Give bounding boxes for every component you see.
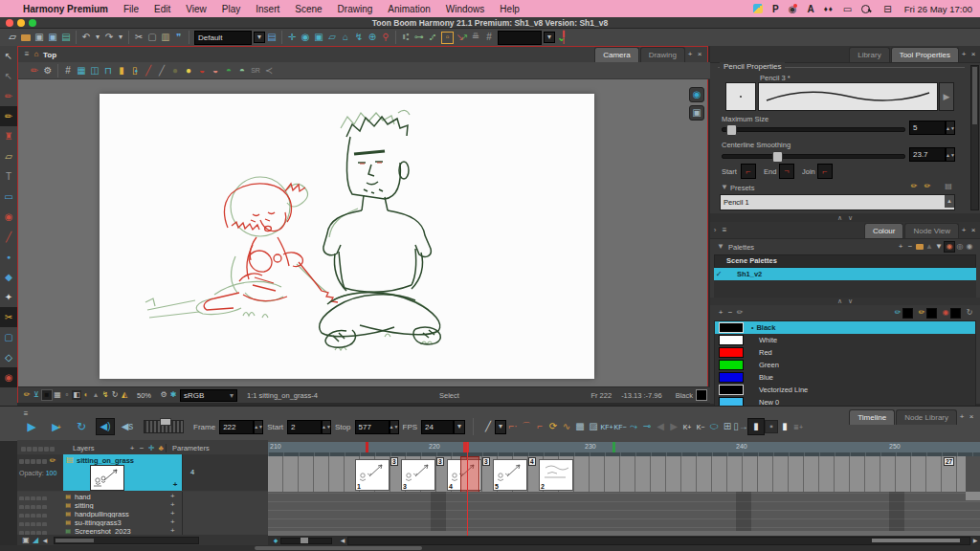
add-view-icon[interactable]: + [957,412,967,422]
matte-icon[interactable]: ◐ [81,390,91,400]
fps-caret-icon[interactable]: ▾ [454,420,465,434]
next-keyframe-icon[interactable]: ▶ [667,420,680,433]
workspace-dropdown[interactable]: Default [194,31,252,45]
frame-spinner[interactable]: ▲▼ [254,420,263,434]
tab-tool-properties[interactable]: Tool Properties [891,47,959,62]
tool-plugin-icon[interactable]: ✏ [28,64,41,77]
edit-colour-icon[interactable]: ✏ [735,308,745,318]
tool-tip-icon[interactable]: ✏ [22,390,32,400]
loop-button[interactable]: ↻ [75,420,88,433]
scale-tool-icon[interactable]: ▣ [312,31,325,44]
ease-out-icon[interactable]: ⌐ [533,420,546,433]
flip-options-icon[interactable]: ≣+ [791,420,805,433]
extend-exposure-icon[interactable]: K+ [680,420,694,433]
parent-icon[interactable]: ⊶ [412,31,426,44]
palette-page-up-icon[interactable]: ∧ [837,298,842,305]
perspective-tool-icon[interactable]: ✦ [0,287,17,307]
control-center-icon[interactable]: ⊟ [879,0,896,17]
menu-windows[interactable]: Windows [438,0,493,17]
expand-layer-icon[interactable]: + [170,500,175,509]
toolbar-dropdown-caret[interactable]: ▾ [544,32,555,43]
redo-icon[interactable]: ↷ [102,31,116,44]
save-icon[interactable]: ▣ [33,31,46,44]
quill-tool-icon[interactable]: ◇ [0,347,17,367]
timeline-ruler[interactable]: 210 220 230 240 250 [268,442,980,452]
expand-layer-icon[interactable]: + [170,518,175,526]
export-icon[interactable]: ▤ [59,31,73,44]
swap-icon[interactable]: ↘↗ [456,31,469,44]
pivot-tool-icon[interactable]: ⊕ [366,31,379,44]
move-palette-down-icon[interactable]: ▼ [934,242,944,252]
snap-options-icon[interactable]: ▦ [75,64,88,77]
redo-caret-icon[interactable]: ▾ [116,33,125,42]
colorspace-dropdown[interactable]: sRGB▾ [180,389,237,402]
close-view-icon[interactable]: × [969,226,978,235]
paste-mode-icon[interactable]: ▯→ [734,420,747,433]
start-spinner[interactable]: ▲▼ [322,420,331,434]
preset-menu-icon[interactable]: ▤ [944,182,953,191]
cutter-tool-icon[interactable]: ✂ [0,307,17,327]
pencil-join-button[interactable]: ⌐ [817,164,833,179]
single-drawing-mode-icon[interactable]: ▪ [765,420,778,433]
gear2-icon[interactable]: ⚙ [159,390,168,400]
exposure-cell[interactable]: 3 [401,459,435,491]
layer-name[interactable]: sitting_on_grass [77,456,134,465]
close-view-icon[interactable]: × [967,412,976,422]
open-scene-icon[interactable] [19,31,33,44]
rotate-tool-icon[interactable]: ◉ [299,31,312,44]
cut-icon[interactable]: ✂ [132,31,145,44]
toolbar-dropdown[interactable] [498,31,542,45]
menu-scene[interactable]: Scene [287,0,329,17]
maintain-size-tool-icon[interactable]: ⌂ [339,31,352,44]
camera-mask-icon[interactable]: ◫ [88,64,101,77]
tab-node-view[interactable]: Node View [904,223,959,238]
tab-library[interactable]: Library [849,47,889,62]
window-title-bar[interactable]: Toon Boom Harmony 21.1 Premium: Sh1_v8 V… [0,17,980,29]
marker-green[interactable] [612,442,615,452]
exposure-cell[interactable]: 1 [355,459,390,491]
render-view-button[interactable]: ◉ [689,87,704,102]
grid-toggle-icon[interactable]: ▦ [53,390,62,400]
statusbar-p-icon[interactable]: P [768,0,784,17]
auto-render-icon[interactable]: ↯ [100,390,110,400]
safe-area-icon[interactable]: ⊓ [101,64,115,77]
stop-motion-keyframe-icon[interactable]: ⊸ [640,420,654,433]
track-rows-lower[interactable] [268,492,980,536]
scroll-left-icon[interactable]: ◀ [40,536,50,545]
expand-layer-icon[interactable]: + [170,509,175,518]
presets-collapse-icon[interactable]: ▼ [720,183,729,192]
undo-icon[interactable]: ↶ [79,31,93,44]
exposure-cell[interactable]: 2 [539,459,573,491]
frame-input[interactable]: 222 [219,420,254,434]
stop-input[interactable]: 577 [355,420,390,434]
move-palette-up-icon[interactable]: ▲ [924,242,934,252]
panel-menu-icon[interactable]: ≡ [22,50,32,59]
pencil-colour-swatch[interactable] [926,308,937,319]
chat-icon[interactable]: ❞ [172,31,186,44]
menu-file[interactable]: File [116,0,146,17]
show-thumbnails-icon[interactable]: ▣ [21,536,31,545]
link-palette-icon[interactable] [915,242,924,252]
tab-node-library[interactable]: Node Library [896,409,957,425]
sound-button[interactable]: ◀) [96,418,115,435]
statusbar-users-icon[interactable]: ♦♦ [819,0,838,17]
pencil-preview-expand-button[interactable]: ▶ [939,82,954,111]
delete-layer-icon[interactable]: − [137,444,146,453]
line-style-icon[interactable]: ╱ [481,420,495,433]
save-all-icon[interactable]: ▣ [46,31,59,44]
paint-colour-icon[interactable]: ◉ [941,308,950,318]
rigging-icon[interactable]: ⑆ [399,31,412,44]
dropper-tool-icon[interactable]: ● [0,247,17,267]
motion-keyframe-icon[interactable]: ⤳ [627,420,640,433]
smoothing-value[interactable]: 23.7 [909,147,946,162]
pencil-tip-preview[interactable] [725,82,756,111]
pencil-stroke-preview[interactable] [758,82,938,111]
add-colour-icon[interactable]: + [716,308,725,318]
light-table-icon[interactable]: ● [168,64,182,77]
prev-keyframe-icon[interactable]: ◀ [654,420,667,433]
add-view-icon[interactable]: + [959,226,969,235]
frame-zoom-icon[interactable]: ◆ [271,536,280,545]
menu-edit[interactable]: Edit [146,0,178,17]
onion-skin-next2-icon[interactable]: ◓ [235,64,249,77]
marker-red[interactable] [366,442,368,452]
